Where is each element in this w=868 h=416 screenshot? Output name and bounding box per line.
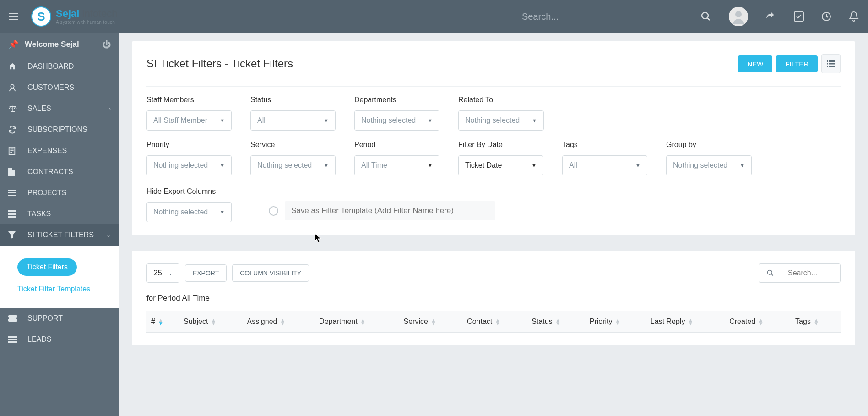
power-icon[interactable]: ⏻ bbox=[103, 40, 111, 49]
svg-rect-15 bbox=[8, 213, 16, 215]
document-icon bbox=[8, 168, 18, 176]
col-assigned[interactable]: Assigned▲▼ bbox=[243, 311, 315, 333]
sidebar-item-tasks[interactable]: TASKS bbox=[0, 203, 119, 224]
menu-toggle-icon[interactable] bbox=[9, 13, 18, 20]
priority-select[interactable]: Nothing selected▼ bbox=[146, 155, 232, 175]
priority-label: Priority bbox=[146, 141, 232, 149]
document-lines-icon bbox=[8, 147, 18, 155]
svg-rect-23 bbox=[829, 63, 835, 65]
user-icon bbox=[8, 83, 18, 92]
sidebar: 📌 Welcome Sejal ⏻ DASHBOARD CUSTOMERS SA… bbox=[0, 33, 119, 416]
svg-rect-14 bbox=[8, 210, 16, 212]
brand-logo[interactable]: S Sejal infotech A system with human tou… bbox=[31, 6, 118, 27]
col-num[interactable]: #▲▼ bbox=[146, 311, 179, 333]
sidebar-welcome: 📌 Welcome Sejal ⏻ bbox=[0, 33, 119, 56]
staff-members-select[interactable]: All Staff Member▼ bbox=[146, 110, 232, 131]
table-search-input[interactable] bbox=[781, 263, 841, 283]
sidebar-item-support[interactable]: SUPPORT bbox=[0, 308, 119, 329]
clock-icon[interactable] bbox=[821, 11, 831, 22]
scale-icon bbox=[8, 104, 18, 113]
col-department[interactable]: Department▲▼ bbox=[315, 311, 399, 333]
svg-point-26 bbox=[767, 270, 772, 275]
brand-name-b: infotech bbox=[79, 8, 117, 19]
results-table: #▲▼ Subject▲▼ Assigned▲▼ Department▲▼ Se… bbox=[146, 311, 841, 333]
leads-icon bbox=[8, 336, 18, 343]
logo-icon: S bbox=[31, 6, 51, 27]
col-contact[interactable]: Contact▲▼ bbox=[462, 311, 527, 333]
sidebar-sub-ticket-filter-templates[interactable]: Ticket Filter Templates bbox=[17, 280, 119, 298]
tags-label: Tags bbox=[562, 141, 647, 149]
svg-rect-20 bbox=[827, 60, 828, 62]
sidebar-item-si-ticket-filters[interactable]: SI TICKET FILTERS ⌄ bbox=[0, 224, 119, 246]
search-icon[interactable] bbox=[700, 11, 711, 22]
period-label: Period bbox=[354, 141, 439, 149]
filter-by-date-select[interactable]: Ticket Date▼ bbox=[458, 155, 543, 175]
svg-line-27 bbox=[771, 274, 773, 276]
filter-by-date-label: Filter By Date bbox=[458, 141, 543, 149]
results-panel: 25⌄ EXPORT COLUMN VISIBILITY for Period … bbox=[132, 251, 855, 345]
col-priority[interactable]: Priority▲▼ bbox=[585, 311, 646, 333]
global-search-input[interactable] bbox=[522, 11, 687, 22]
filter-icon bbox=[8, 231, 18, 239]
col-tags[interactable]: Tags▲▼ bbox=[791, 311, 841, 333]
svg-rect-12 bbox=[8, 192, 16, 194]
svg-rect-24 bbox=[827, 66, 828, 67]
save-template-input[interactable] bbox=[285, 201, 495, 220]
tags-select[interactable]: All▼ bbox=[562, 155, 647, 175]
group-by-select[interactable]: Nothing selected▼ bbox=[666, 155, 752, 175]
departments-label: Departments bbox=[354, 96, 439, 104]
col-created[interactable]: Created▲▼ bbox=[725, 311, 791, 333]
sidebar-item-contracts[interactable]: CONTRACTS bbox=[0, 161, 119, 182]
related-to-select[interactable]: Nothing selected▼ bbox=[458, 110, 544, 131]
service-select[interactable]: Nothing selected▼ bbox=[250, 155, 336, 175]
sidebar-item-dashboard[interactable]: DASHBOARD bbox=[0, 56, 119, 77]
sidebar-item-subscriptions[interactable]: SUBSCRIPTIONS bbox=[0, 119, 119, 140]
sidebar-item-projects[interactable]: PROJECTS bbox=[0, 182, 119, 203]
stack-icon bbox=[8, 210, 18, 218]
ticket-icon bbox=[8, 315, 18, 322]
list-view-button[interactable] bbox=[821, 54, 841, 73]
svg-line-1 bbox=[707, 18, 710, 20]
col-last-reply[interactable]: Last Reply▲▼ bbox=[646, 311, 725, 333]
export-button[interactable]: EXPORT bbox=[185, 264, 227, 282]
avatar[interactable] bbox=[729, 7, 748, 26]
col-status[interactable]: Status▲▼ bbox=[527, 311, 585, 333]
main-content: SI Ticket Filters - Ticket Filters NEW F… bbox=[119, 33, 868, 416]
sidebar-item-leads[interactable]: LEADS bbox=[0, 329, 119, 350]
hide-export-label: Hide Export Columns bbox=[146, 187, 232, 196]
svg-rect-18 bbox=[8, 339, 17, 340]
svg-rect-22 bbox=[827, 63, 828, 65]
sidebar-item-expenses[interactable]: EXPENSES bbox=[0, 140, 119, 161]
col-service[interactable]: Service▲▼ bbox=[399, 311, 463, 333]
chevron-left-icon: ‹ bbox=[109, 105, 111, 112]
share-icon[interactable] bbox=[765, 11, 776, 22]
refresh-icon bbox=[8, 126, 18, 134]
column-visibility-button[interactable]: COLUMN VISIBILITY bbox=[232, 264, 309, 282]
table-header-row: #▲▼ Subject▲▼ Assigned▲▼ Department▲▼ Se… bbox=[146, 311, 841, 333]
status-select[interactable]: All▼ bbox=[250, 110, 336, 131]
svg-rect-16 bbox=[8, 216, 16, 218]
filter-button[interactable]: FILTER bbox=[776, 55, 818, 72]
status-label: Status bbox=[250, 96, 336, 104]
new-button[interactable]: NEW bbox=[738, 55, 772, 72]
list-icon bbox=[8, 190, 18, 196]
departments-select[interactable]: Nothing selected▼ bbox=[354, 110, 439, 131]
page-size-select[interactable]: 25⌄ bbox=[146, 263, 179, 283]
brand-name-a: Sejal bbox=[56, 8, 79, 19]
bell-icon[interactable] bbox=[849, 11, 859, 22]
sidebar-item-customers[interactable]: CUSTOMERS bbox=[0, 77, 119, 98]
sidebar-sub-ticket-filters[interactable]: Ticket Filters bbox=[17, 254, 119, 280]
related-to-label: Related To bbox=[458, 96, 544, 104]
checkbox-icon[interactable] bbox=[794, 11, 804, 22]
svg-point-3 bbox=[735, 11, 742, 17]
hide-export-select[interactable]: Nothing selected▼ bbox=[146, 202, 232, 222]
staff-members-label: Staff Members bbox=[146, 96, 232, 104]
period-select[interactable]: All Time▼ bbox=[354, 155, 439, 175]
save-template-radio[interactable] bbox=[269, 206, 278, 216]
svg-rect-25 bbox=[829, 66, 835, 67]
sidebar-item-sales[interactable]: SALES ‹ bbox=[0, 98, 119, 119]
topbar: S Sejal infotech A system with human tou… bbox=[0, 0, 868, 33]
table-search-icon[interactable] bbox=[759, 263, 781, 283]
svg-rect-19 bbox=[8, 341, 17, 343]
col-subject[interactable]: Subject▲▼ bbox=[179, 311, 243, 333]
